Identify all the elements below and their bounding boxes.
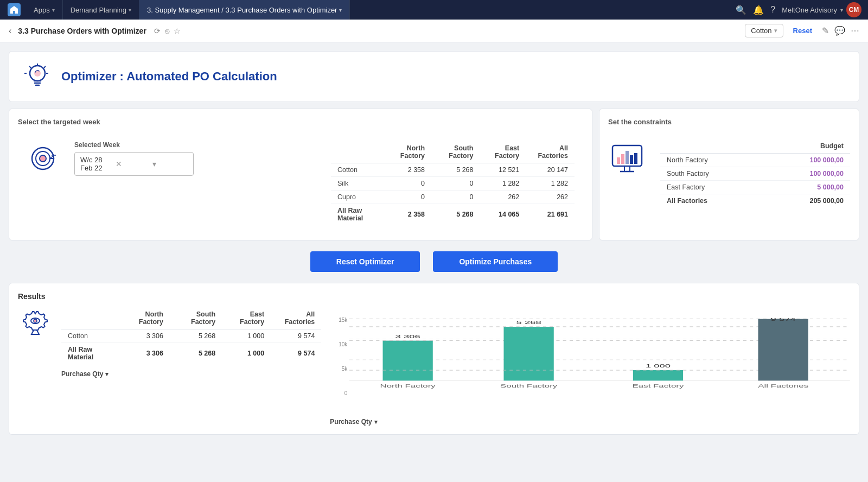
supply-table-row: All Raw Material 2 358 5 268 14 065 21 6… — [331, 204, 575, 225]
results-section: Results — [9, 283, 859, 435]
reset-button[interactable]: Reset — [789, 24, 816, 37]
results-row-all: 9 574 — [271, 343, 321, 364]
col-material — [331, 141, 384, 163]
nav-right: 🔍 🔔 ? MeltOne Advisory ▾ CM — [736, 2, 861, 17]
edit-icon[interactable]: ✎ — [822, 26, 829, 36]
supply-row-east: 12 521 — [480, 163, 526, 177]
supply-row-south: 5 268 — [431, 163, 480, 177]
bulb-icon-container — [22, 61, 53, 92]
target-icon — [27, 141, 61, 176]
svg-rect-13 — [617, 157, 620, 164]
chart-purchase-qty-dropdown[interactable]: Purchase Qty ▾ — [330, 418, 850, 426]
star-icon[interactable]: ☆ — [174, 27, 181, 35]
more-icon[interactable]: ⋯ — [851, 26, 859, 36]
reset-optimizer-button[interactable]: Reset Optimizer — [310, 251, 420, 272]
supply-row-all: 21 691 — [526, 204, 575, 225]
y-label-5k: 5k — [330, 366, 347, 372]
comment-icon[interactable]: 💬 — [834, 26, 845, 36]
purchase-qty-dropdown[interactable]: Purchase Qty ▾ — [61, 370, 321, 378]
help-icon[interactable]: ? — [770, 5, 775, 15]
chart-purchase-qty-chevron-icon: ▾ — [374, 418, 378, 426]
sub-nav-icons: ⟳ ⎋ ☆ — [154, 27, 181, 35]
constraints-body: Budget North Factory 100 000,00 South Fa… — [608, 135, 850, 212]
bar-north — [383, 341, 433, 381]
svg-rect-15 — [626, 151, 629, 164]
supply-table: North Factory South Factory East Factory… — [331, 141, 575, 225]
logo-icon — [8, 3, 21, 16]
results-label: Results — [18, 292, 850, 301]
svg-rect-14 — [621, 154, 624, 164]
supply-row-all: 262 — [526, 191, 575, 204]
budget-row-factory: South Factory — [660, 167, 763, 181]
nav-supply-management-tab[interactable]: 3. Supply Management / 3.3 Purchase Orde… — [139, 0, 350, 20]
week-form-label: Selected Week — [74, 141, 318, 149]
col-north: North Factory — [384, 141, 431, 163]
dropdown-icon[interactable]: ▾ — [152, 160, 188, 168]
monitor-icon — [608, 139, 652, 182]
results-row-south: 5 268 — [170, 343, 222, 364]
svg-point-1 — [34, 70, 41, 77]
results-row-north: 3 306 — [118, 329, 170, 343]
y-label-0: 0 — [330, 390, 347, 396]
supply-row-north: 2 358 — [384, 204, 431, 225]
budget-table-row: East Factory 5 000,00 — [660, 181, 850, 194]
demand-chevron-icon: ▾ — [129, 7, 131, 13]
search-icon[interactable]: 🔍 — [736, 5, 746, 15]
results-table-row: Cotton 3 306 5 268 1 000 9 574 — [61, 329, 321, 343]
optimize-purchases-button[interactable]: Optimize Purchases — [433, 251, 558, 272]
y-label-15k: 15k — [330, 317, 347, 323]
supply-row-all: 1 282 — [526, 177, 575, 191]
budget-table-row: All Factories 205 000,00 — [660, 194, 850, 208]
supply-chevron-icon: ▾ — [339, 7, 342, 13]
budget-table-row: South Factory 100 000,00 — [660, 167, 850, 181]
week-input[interactable]: W/c 28 Feb 22 ✕ ▾ — [74, 152, 194, 176]
target-icon-container — [27, 141, 61, 177]
chart-svg: 3 306 5 268 1 000 9 574 — [349, 318, 850, 396]
nav-demand-planning-tab[interactable]: Demand Planning ▾ — [63, 0, 139, 20]
demand-planning-label: Demand Planning — [71, 6, 126, 14]
supply-table-row: Cotton 2 358 5 268 12 521 20 147 — [331, 163, 575, 177]
sync-icon[interactable]: ⟳ — [154, 27, 161, 35]
budget-row-factory: All Factories — [660, 194, 763, 208]
week-form-table: Selected Week W/c 28 Feb 22 ✕ ▾ — [74, 141, 318, 176]
sub-nav-actions: Cotton ▾ Reset ✎ 💬 ⋯ — [745, 24, 859, 37]
panels-row: Select the targeted week — [9, 109, 859, 240]
nav-apps-tab[interactable]: Apps ▾ — [26, 0, 63, 20]
constraints-panel: Set the constraints — [599, 109, 859, 240]
supply-row-material: All Raw Material — [331, 204, 384, 225]
budget-table: Budget North Factory 100 000,00 South Fa… — [660, 139, 850, 207]
back-button[interactable]: ‹ — [9, 26, 11, 36]
bar-north-label: 3 306 — [395, 333, 420, 339]
x-label-all: All Factories — [758, 383, 808, 389]
svg-rect-17 — [634, 153, 637, 164]
supply-row-material: Cupro — [331, 191, 384, 204]
apps-chevron-icon: ▾ — [52, 7, 55, 13]
budget-row-factory: North Factory — [660, 154, 763, 167]
page-header-title: Optimizer : Automated PO Calculation — [61, 69, 277, 84]
supply-row-south: 0 — [431, 177, 480, 191]
budget-row-value: 205 000,00 — [763, 194, 850, 208]
bar-east-label: 1 000 — [646, 363, 671, 369]
results-col-all: All Factories — [271, 307, 321, 329]
monitor-icon-container — [608, 139, 652, 207]
user-chevron-icon: ▾ — [840, 7, 843, 13]
week-form: Selected Week W/c 28 Feb 22 ✕ ▾ — [74, 141, 318, 176]
share-icon[interactable]: ⎋ — [165, 27, 169, 35]
cotton-dropdown[interactable]: Cotton ▾ — [745, 24, 783, 37]
logo[interactable] — [7, 2, 22, 17]
supply-row-north: 0 — [384, 191, 431, 204]
budget-row-factory: East Factory — [660, 181, 763, 194]
gear-eye-icon — [18, 307, 53, 342]
results-table-row: All Raw Material 3 306 5 268 1 000 9 574 — [61, 343, 321, 364]
y-label-10k: 10k — [330, 341, 347, 347]
bulb-icon — [22, 61, 53, 92]
week-section-body: Selected Week W/c 28 Feb 22 ✕ ▾ — [18, 135, 583, 231]
purchase-qty-chevron-icon: ▾ — [105, 371, 108, 378]
bar-all — [758, 319, 808, 381]
user-info[interactable]: MeltOne Advisory ▾ CM — [782, 2, 861, 17]
bell-icon[interactable]: 🔔 — [753, 5, 764, 15]
top-nav: Apps ▾ Demand Planning ▾ 3. Supply Manag… — [0, 0, 868, 20]
clear-icon[interactable]: ✕ — [116, 160, 151, 168]
results-row-east: 1 000 — [222, 343, 271, 364]
results-col-south: South Factory — [170, 307, 222, 329]
